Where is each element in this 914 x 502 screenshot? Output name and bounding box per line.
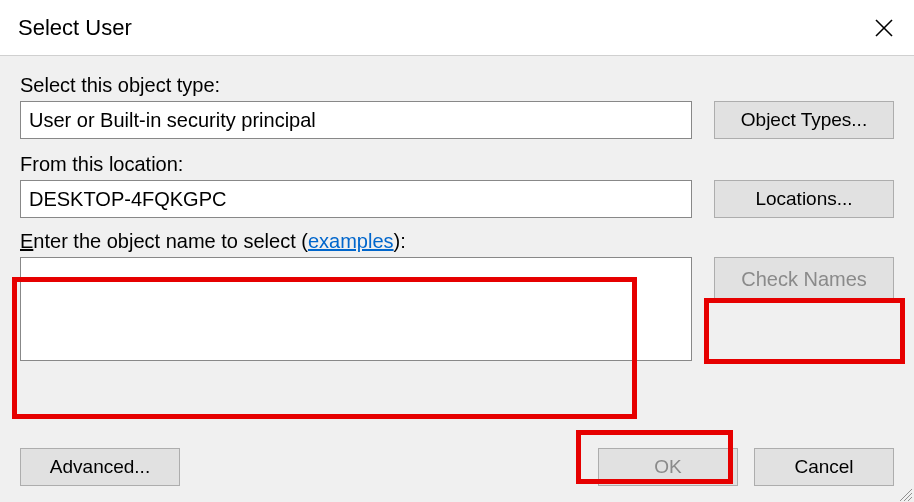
object-name-field-wrap (20, 257, 692, 361)
examples-link[interactable]: examples (308, 230, 394, 252)
resize-grip[interactable] (896, 484, 912, 500)
object-type-label: Select this object type: (20, 74, 894, 97)
object-types-button[interactable]: Object Types... (714, 101, 894, 139)
location-section: From this location: DESKTOP-4FQKGPC Loca… (20, 153, 894, 218)
window-title: Select User (18, 15, 132, 41)
object-type-field: User or Built-in security principal (20, 101, 692, 139)
locations-button[interactable]: Locations... (714, 180, 894, 218)
dialog-footer: Advanced... OK Cancel (20, 448, 894, 486)
titlebar: Select User (0, 0, 914, 56)
advanced-button[interactable]: Advanced... (20, 448, 180, 486)
svg-line-3 (904, 493, 912, 501)
location-value: DESKTOP-4FQKGPC (29, 187, 226, 211)
dialog-content: Select this object type: User or Built-i… (0, 56, 914, 502)
ok-button[interactable]: OK (598, 448, 738, 486)
check-names-button[interactable]: Check Names (714, 257, 894, 301)
object-name-input[interactable] (21, 258, 691, 360)
svg-line-4 (908, 497, 912, 501)
close-icon (874, 18, 894, 38)
object-name-label: Enter the object name to select (example… (20, 230, 894, 253)
object-type-section: Select this object type: User or Built-i… (20, 74, 894, 139)
object-name-section: Enter the object name to select (example… (20, 230, 894, 361)
close-button[interactable] (862, 6, 906, 50)
location-field: DESKTOP-4FQKGPC (20, 180, 692, 218)
location-label: From this location: (20, 153, 894, 176)
object-type-value: User or Built-in security principal (29, 108, 316, 132)
cancel-button[interactable]: Cancel (754, 448, 894, 486)
